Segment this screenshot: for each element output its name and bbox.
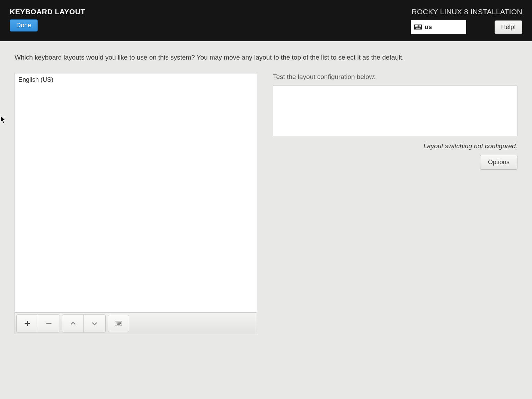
move-up-button[interactable] — [62, 315, 84, 332]
svg-rect-4 — [419, 25, 420, 26]
svg-rect-3 — [417, 25, 418, 26]
switch-note: Layout switching not configured. — [273, 142, 517, 150]
options-row: Options — [273, 155, 517, 170]
svg-rect-16 — [118, 322, 118, 322]
content-area: Which keyboard layouts would you like to… — [0, 41, 532, 347]
test-label: Test the layout configuration below: — [273, 73, 517, 81]
options-button[interactable]: Options — [480, 155, 517, 170]
svg-rect-14 — [116, 322, 117, 322]
keyboard-indicator[interactable]: us — [411, 20, 466, 34]
svg-rect-7 — [416, 26, 417, 27]
chevron-up-icon — [70, 320, 77, 327]
svg-rect-19 — [120, 322, 121, 322]
svg-rect-8 — [417, 26, 418, 27]
header-controls: us Help! — [411, 20, 522, 34]
left-column: English (US) — [15, 73, 257, 334]
layout-toolbar — [15, 313, 257, 334]
svg-rect-11 — [416, 28, 420, 29]
add-layout-button[interactable] — [17, 315, 38, 332]
svg-rect-25 — [120, 323, 121, 324]
svg-rect-24 — [119, 323, 120, 324]
layout-list[interactable]: English (US) — [15, 73, 257, 313]
svg-rect-17 — [118, 322, 119, 322]
move-group — [62, 314, 106, 332]
header-right: ROCKY LINUX 8 INSTALLATION us — [411, 8, 522, 41]
minus-icon — [45, 320, 52, 327]
instruction-text: Which keyboard layouts would you like to… — [15, 54, 517, 61]
header-left: KEYBOARD LAYOUT Done — [10, 8, 85, 41]
remove-layout-button[interactable] — [38, 315, 60, 332]
keyboard-icon — [115, 320, 122, 327]
svg-rect-23 — [118, 323, 119, 324]
svg-rect-2 — [416, 25, 417, 26]
svg-rect-18 — [119, 322, 120, 322]
svg-rect-1 — [415, 25, 416, 26]
svg-rect-20 — [116, 323, 117, 324]
preview-layout-button[interactable] — [108, 315, 129, 332]
help-button[interactable]: Help! — [495, 20, 522, 34]
keyboard-code: us — [425, 24, 432, 31]
chevron-down-icon — [91, 320, 98, 327]
svg-rect-10 — [420, 26, 421, 27]
move-down-button[interactable] — [84, 315, 105, 332]
keyboard-icon — [414, 24, 422, 30]
plus-icon — [24, 320, 31, 327]
mouse-cursor-icon — [0, 116, 7, 124]
page-title: KEYBOARD LAYOUT — [10, 8, 85, 16]
list-item[interactable]: English (US) — [18, 76, 253, 83]
test-textarea[interactable] — [273, 86, 517, 136]
header-bar: KEYBOARD LAYOUT Done ROCKY LINUX 8 INSTA… — [0, 0, 532, 41]
product-title: ROCKY LINUX 8 INSTALLATION — [412, 8, 522, 16]
main-row: English (US) — [15, 73, 517, 334]
right-column: Test the layout configuration below: Lay… — [273, 73, 517, 334]
add-remove-group — [16, 314, 60, 332]
svg-rect-5 — [420, 25, 421, 26]
svg-rect-21 — [117, 323, 117, 324]
svg-rect-15 — [117, 322, 117, 322]
done-button[interactable]: Done — [10, 19, 38, 32]
svg-rect-26 — [117, 324, 120, 325]
svg-rect-22 — [118, 323, 118, 324]
svg-rect-12 — [46, 323, 52, 324]
svg-rect-6 — [415, 26, 416, 27]
svg-rect-9 — [419, 26, 420, 27]
